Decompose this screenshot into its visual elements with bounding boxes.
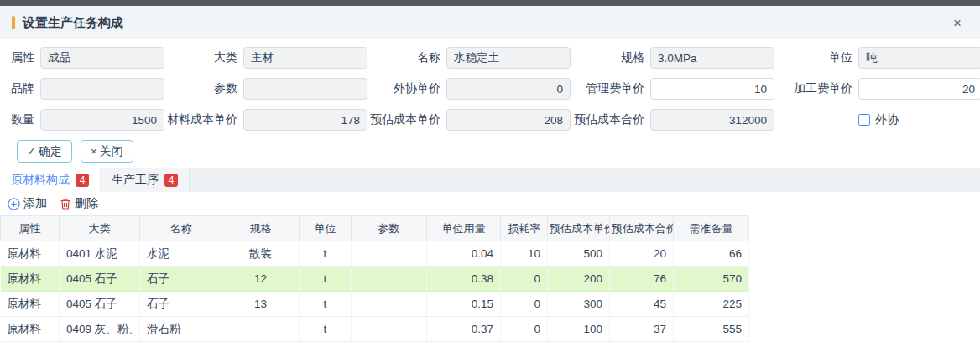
table-row[interactable]: 原材料0405 石子石子13t0.15030045225 <box>1 292 749 317</box>
column-header: 参数 <box>352 216 427 241</box>
table-cell[interactable]: 100 <box>548 317 610 342</box>
materials-table: 属性大类名称规格单位参数单位用量损耗率预估成本单价预估成本合价需准备量 原材料0… <box>0 215 749 342</box>
close-button[interactable]: × 关闭 <box>81 140 133 163</box>
est-cost-price-label: 预估成本单价 <box>368 112 446 127</box>
table-cell[interactable] <box>352 317 427 342</box>
delete-button[interactable]: 删除 <box>60 196 98 211</box>
table-cell[interactable]: 散装 <box>222 241 300 267</box>
add-button[interactable]: 添加 <box>8 196 47 211</box>
table-cell[interactable] <box>352 292 427 317</box>
table-cell[interactable]: t <box>300 292 352 317</box>
table-cell[interactable]: 原材料 <box>1 267 60 292</box>
params-field[interactable] <box>243 78 368 100</box>
table-cell[interactable]: t <box>300 317 352 342</box>
table-cell[interactable]: 0.37 <box>427 317 501 342</box>
tab-bar: 原材料构成 4 生产工序 4 <box>0 168 980 192</box>
window-top-strip <box>0 0 980 6</box>
table-cell[interactable]: 0.15 <box>427 292 501 317</box>
table-cell[interactable]: 0401 水泥 <box>60 241 140 267</box>
table-header-row: 属性大类名称规格单位参数单位用量损耗率预估成本单价预估成本合价需准备量 <box>1 216 749 241</box>
check-icon: ✓ <box>27 145 36 158</box>
table-row[interactable]: 原材料0401 水泥水泥散装t0.04105002066 <box>1 241 749 267</box>
quantity-field[interactable] <box>40 109 164 131</box>
column-header: 需准备量 <box>674 216 749 241</box>
est-cost-total-field[interactable] <box>650 109 774 131</box>
table-cell[interactable]: t <box>300 267 352 292</box>
materials-grid: 属性大类名称规格单位参数单位用量损耗率预估成本单价预估成本合价需准备量 原材料0… <box>0 215 980 342</box>
spec-label: 规格 <box>571 50 650 65</box>
name-label: 名称 <box>368 50 446 65</box>
est-cost-price-field[interactable] <box>446 109 571 131</box>
task-form: 属性 大类 名称 规格 单位 品牌 参数 外协单价 管理费单价 加工费单价 数量… <box>0 39 980 163</box>
dialog-title: 设置生产任务构成 <box>23 15 123 31</box>
table-cell[interactable]: 0.04 <box>427 241 501 267</box>
table-cell[interactable]: 水泥 <box>140 241 222 267</box>
table-cell[interactable]: 0 <box>501 292 548 317</box>
table-row[interactable]: 原材料0409 灰、粉、土等滑石粉t0.37010037555 <box>1 317 749 342</box>
table-cell[interactable]: 20 <box>610 241 674 267</box>
category-field[interactable] <box>243 47 368 69</box>
table-cell[interactable]: 12 <box>222 267 300 292</box>
column-header: 名称 <box>140 216 222 241</box>
table-cell[interactable]: 原材料 <box>1 292 60 317</box>
table-cell[interactable]: 滑石粉 <box>140 317 222 342</box>
delete-icon <box>60 198 71 210</box>
close-icon[interactable]: × <box>948 16 967 30</box>
table-cell[interactable]: t <box>300 241 352 267</box>
table-cell[interactable]: 66 <box>674 241 749 267</box>
name-field[interactable] <box>446 47 571 69</box>
table-cell[interactable]: 200 <box>548 267 610 292</box>
brand-label: 品牌 <box>8 81 40 96</box>
column-header: 规格 <box>222 216 300 241</box>
table-cell[interactable] <box>222 317 300 342</box>
confirm-button[interactable]: ✓ 确定 <box>17 140 72 163</box>
column-header: 单位用量 <box>427 216 501 241</box>
attribute-field[interactable] <box>40 47 164 69</box>
table-cell[interactable] <box>352 267 427 292</box>
scrollbar-track[interactable] <box>972 215 972 342</box>
material-cost-price-field[interactable] <box>243 109 368 131</box>
table-cell[interactable]: 570 <box>674 267 749 292</box>
tab-production-process[interactable]: 生产工序 4 <box>101 168 190 192</box>
unit-field[interactable] <box>858 47 980 69</box>
table-cell[interactable]: 76 <box>610 267 674 292</box>
table-cell[interactable]: 225 <box>674 292 749 317</box>
table-cell[interactable]: 0 <box>501 267 548 292</box>
attribute-label: 属性 <box>8 50 40 65</box>
table-cell[interactable]: 石子 <box>140 292 222 317</box>
outsource-price-label: 外协单价 <box>368 81 446 96</box>
table-cell[interactable]: 石子 <box>140 267 222 292</box>
table-cell[interactable]: 555 <box>674 317 749 342</box>
table-row[interactable]: 原材料0405 石子石子12t0.38020076570 <box>1 267 749 292</box>
tab-raw-materials[interactable]: 原材料构成 4 <box>0 168 101 192</box>
table-cell[interactable]: 原材料 <box>1 241 60 267</box>
grid-toolbar: 添加 删除 <box>0 192 980 215</box>
table-cell[interactable]: 0405 石子 <box>60 292 140 317</box>
outsource-price-field[interactable] <box>446 78 571 100</box>
column-header: 损耗率 <box>501 216 548 241</box>
table-cell[interactable]: 原材料 <box>1 317 60 342</box>
brand-field[interactable] <box>40 78 164 100</box>
table-cell[interactable]: 0409 灰、粉、土等 <box>60 317 140 342</box>
process-fee-price-label: 加工费单价 <box>774 81 858 96</box>
table-cell[interactable]: 45 <box>610 292 674 317</box>
table-cell[interactable]: 37 <box>610 317 674 342</box>
category-label: 大类 <box>164 50 243 65</box>
materials-table-body: 原材料0401 水泥水泥散装t0.04105002066原材料0405 石子石子… <box>1 241 749 342</box>
table-cell[interactable]: 13 <box>222 292 300 317</box>
add-icon <box>8 198 20 210</box>
dialog-titlebar: 设置生产任务构成 × <box>0 6 980 39</box>
table-cell[interactable]: 0.38 <box>427 267 501 292</box>
table-cell[interactable] <box>352 241 427 267</box>
column-header: 大类 <box>60 216 140 241</box>
outsource-checkbox[interactable] <box>858 114 870 126</box>
column-header: 单位 <box>300 216 352 241</box>
process-fee-price-field[interactable] <box>858 78 980 100</box>
mgmt-fee-price-field[interactable] <box>650 78 774 100</box>
table-cell[interactable]: 300 <box>548 292 610 317</box>
table-cell[interactable]: 500 <box>548 241 610 267</box>
spec-field[interactable] <box>650 47 774 69</box>
table-cell[interactable]: 0 <box>501 317 548 342</box>
table-cell[interactable]: 10 <box>501 241 548 267</box>
table-cell[interactable]: 0405 石子 <box>60 267 140 292</box>
